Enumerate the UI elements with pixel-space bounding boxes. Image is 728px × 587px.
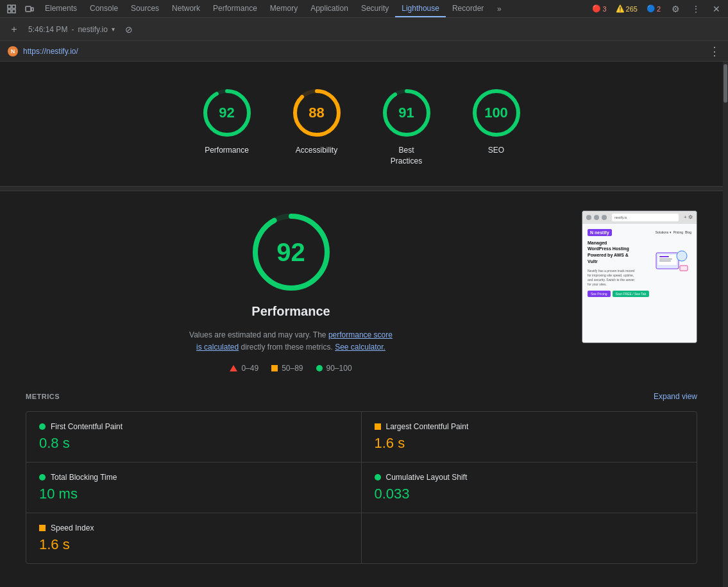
screenshot-frame: nestify.io + ⚙ N nestify Solutions ▾ Pri… <box>582 210 697 343</box>
treemap-section: View Treemap <box>0 577 723 587</box>
site-favicon: N <box>8 46 18 56</box>
device-toggle-icon[interactable] <box>21 0 38 18</box>
address-tab-info: 5:46:14 PM - nestify.io ▾ <box>28 25 115 34</box>
settings-icon[interactable]: ⚙ <box>666 0 684 18</box>
expand-view-button[interactable]: Expand view <box>654 392 697 401</box>
screenshot-icons: + ⚙ <box>684 214 693 220</box>
metric-value-fcp: 0.8 s <box>39 435 348 452</box>
legend-item-green: 90–100 <box>316 364 352 373</box>
tab-memory[interactable]: Memory <box>264 0 304 17</box>
perf-screenshot: nestify.io + ⚙ N nestify Solutions ▾ Pri… <box>582 210 697 343</box>
metric-value-si: 1.6 s <box>39 536 348 553</box>
tab-security[interactable]: Security <box>355 0 395 17</box>
svg-rect-19 <box>659 259 672 260</box>
perf-left: 92 Performance Values are estimated and … <box>26 210 556 373</box>
metric-label-lcp: Largest Contentful Paint <box>386 422 469 431</box>
site-display: nestify.io <box>78 25 107 34</box>
tab-sources[interactable]: Sources <box>124 0 165 17</box>
tab-network[interactable]: Network <box>165 0 207 17</box>
website-nav: N nestify Solutions ▾ Pricing Blog <box>588 229 691 236</box>
metric-label-tbt: Total Blocking Time <box>51 473 117 482</box>
metric-cell-fcp: First Contentful Paint 0.8 s <box>26 412 362 463</box>
section-divider <box>0 186 723 191</box>
score-label-seo: SEO <box>488 145 504 156</box>
metric-label-row-si: Speed Index <box>39 523 348 532</box>
error-badge-yellow[interactable]: ⚠️265 <box>613 3 641 14</box>
tab-recorder[interactable]: Recorder <box>446 0 490 17</box>
svg-rect-18 <box>659 256 669 257</box>
metric-dot-tbt <box>39 474 46 481</box>
perf-title: Performance <box>251 304 330 319</box>
score-value-performance: 92 <box>219 105 234 121</box>
legend-label-orange: 50–89 <box>282 364 303 373</box>
score-value-seo: 100 <box>484 105 508 121</box>
close-icon[interactable]: ✕ <box>707 0 725 18</box>
metric-dot-cls <box>375 474 381 481</box>
metric-label-row-lcp: Largest Contentful Paint <box>375 422 684 431</box>
metric-cell-lcp: Largest Contentful Paint 1.6 s <box>362 412 697 463</box>
error-badge-blue[interactable]: 🔵2 <box>643 3 664 14</box>
devtools-topbar: Elements Console Sources Network Perform… <box>0 0 728 18</box>
website-nav-links: Solutions ▾ Pricing Blog <box>656 230 691 234</box>
legend-item-orange: 50–89 <box>271 364 303 373</box>
error-badge-red[interactable]: 🔴3 <box>589 3 609 14</box>
metric-label-si: Speed Index <box>51 523 94 532</box>
more-tabs-icon[interactable]: » <box>490 0 508 18</box>
score-circle-seo: 100 <box>471 87 522 139</box>
perf-big-circle: 92 <box>250 210 333 294</box>
more-options-icon[interactable]: ⋮ <box>687 0 705 18</box>
scrollbar-thumb[interactable] <box>724 64 727 103</box>
devtools-tabs: Elements Console Sources Network Perform… <box>38 0 589 17</box>
score-circle-best-practices: 91 <box>381 87 432 139</box>
svg-rect-4 <box>26 6 31 12</box>
screenshot-dot-3 <box>602 215 607 220</box>
tab-lighthouse[interactable]: Lighthouse <box>395 0 446 17</box>
svg-rect-3 <box>12 10 15 13</box>
tab-elements[interactable]: Elements <box>38 0 83 17</box>
legend-triangle-icon <box>230 365 237 371</box>
url-menu-icon[interactable]: ⋮ <box>709 46 720 57</box>
inspect-icon[interactable] <box>3 0 21 18</box>
scores-section: 92 Performance 88 Accessibility <box>0 74 723 186</box>
website-btn-free: Start FREE / See Tab <box>613 291 650 297</box>
perf-section: 92 Performance Values are estimated and … <box>0 191 723 392</box>
main-content: 92 Performance 88 Accessibility <box>0 62 728 587</box>
metric-dot-si <box>39 525 46 531</box>
new-tab-icon[interactable]: + <box>5 21 23 38</box>
legend-label-green: 90–100 <box>326 364 352 373</box>
svg-point-21 <box>677 251 687 261</box>
score-label-performance: Performance <box>205 145 249 156</box>
svg-rect-20 <box>659 260 671 262</box>
metric-cell-tbt: Total Blocking Time 10 ms <box>26 463 362 513</box>
legend: 0–49 50–89 90–100 <box>230 364 351 373</box>
reload-icon[interactable]: ⊘ <box>120 21 138 38</box>
metric-label-row-cls: Cumulative Layout Shift <box>375 473 684 482</box>
score-label-best-practices: BestPractices <box>391 145 422 167</box>
perf-score-number: 92 <box>276 237 305 266</box>
website-hero-sub: Nestify has a proven track record for im… <box>588 269 636 287</box>
tab-console[interactable]: Console <box>83 0 124 17</box>
metrics-title: METRICS <box>26 393 60 400</box>
scrollbar-track[interactable] <box>723 62 728 587</box>
metric-label-fcp: First Contentful Paint <box>51 422 123 431</box>
tab-performance[interactable]: Performance <box>207 0 264 17</box>
svg-rect-1 <box>8 10 11 13</box>
website-logo: N nestify <box>588 229 612 236</box>
tab-application[interactable]: Application <box>304 0 355 17</box>
metric-label-row-tbt: Total Blocking Time <box>39 473 348 482</box>
score-circle-accessibility: 88 <box>291 87 343 139</box>
metric-value-cls: 0.033 <box>375 486 684 502</box>
metric-dot-lcp <box>375 423 381 430</box>
svg-rect-5 <box>31 8 33 11</box>
website-cta-buttons: See Pricing Start FREE / See Tab <box>588 291 691 297</box>
metric-dot-fcp <box>39 423 46 430</box>
metric-label-cls: Cumulative Layout Shift <box>386 473 468 482</box>
devtools-right-actions: 🔴3 ⚠️265 🔵2 ⚙ ⋮ ✕ <box>589 0 725 18</box>
metrics-grid: First Contentful Paint 0.8 s Largest Con… <box>26 411 697 564</box>
score-value-accessibility: 88 <box>309 105 324 121</box>
screenshot-dot-1 <box>586 215 591 220</box>
time-display: 5:46:14 PM <box>28 25 67 34</box>
perf-calculator-link[interactable]: See calculator. <box>335 343 385 352</box>
score-item-performance: 92 Performance <box>201 87 253 167</box>
screenshot-dot-2 <box>594 215 599 220</box>
